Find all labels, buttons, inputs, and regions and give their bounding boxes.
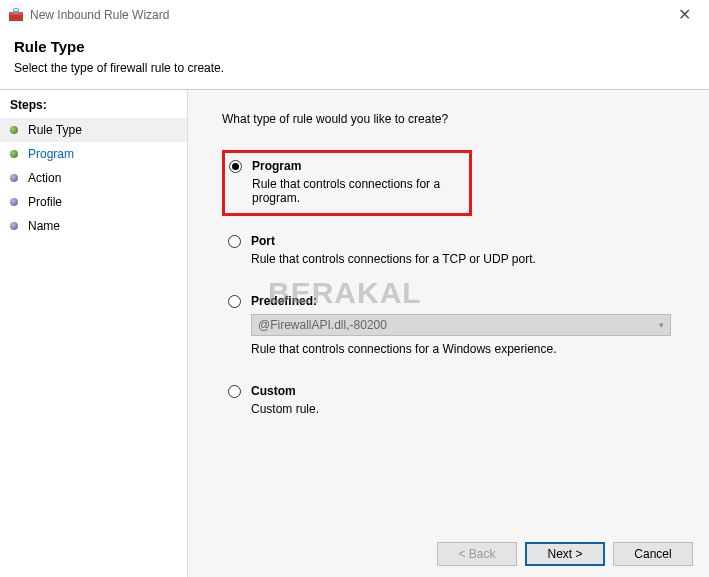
step-label: Action [28,171,61,185]
option-program[interactable]: Program Rule that controls connections f… [222,150,472,216]
button-row: < Back Next > Cancel [437,542,693,566]
page-title: Rule Type [14,38,695,55]
option-desc: Rule that controls connections for a TCP… [251,252,683,266]
option-predefined[interactable]: Predefined: @FirewallAPI.dll,-80200 ▾ Ru… [222,286,689,366]
next-button[interactable]: Next > [525,542,605,566]
bullet-icon [10,126,18,134]
option-port[interactable]: Port Rule that controls connections for … [222,226,689,276]
step-name[interactable]: Name [0,214,187,238]
steps-heading: Steps: [10,98,187,112]
close-icon[interactable]: ✕ [668,5,701,25]
option-custom[interactable]: Custom Custom rule. [222,376,689,426]
option-label: Port [251,234,683,248]
option-label: Predefined: [251,294,683,308]
window-title: New Inbound Rule Wizard [30,8,668,22]
dropdown-value: @FirewallAPI.dll,-80200 [258,318,387,332]
predefined-dropdown[interactable]: @FirewallAPI.dll,-80200 ▾ [251,314,671,336]
step-label: Profile [28,195,62,209]
bullet-icon [10,198,18,206]
bullet-icon [10,222,18,230]
wizard-header: Rule Type Select the type of firewall ru… [0,30,709,89]
option-desc: Rule that controls connections for a Win… [251,342,683,356]
step-label: Rule Type [28,123,82,137]
firewall-icon [8,7,24,23]
step-label: Name [28,219,60,233]
prompt-text: What type of rule would you like to crea… [222,112,689,126]
step-profile[interactable]: Profile [0,190,187,214]
bullet-icon [10,174,18,182]
content-pane: BERAKAL What type of rule would you like… [188,90,709,577]
page-subtitle: Select the type of firewall rule to crea… [14,61,695,75]
chevron-down-icon: ▾ [659,320,664,330]
cancel-button[interactable]: Cancel [613,542,693,566]
radio-custom[interactable] [228,385,241,398]
option-label: Custom [251,384,683,398]
radio-program[interactable] [229,160,242,173]
option-desc: Custom rule. [251,402,683,416]
option-label: Program [252,159,465,173]
bullet-icon [10,150,18,158]
option-desc: Rule that controls connections for a pro… [252,177,465,205]
titlebar: New Inbound Rule Wizard ✕ [0,0,709,30]
back-button: < Back [437,542,517,566]
step-rule-type[interactable]: Rule Type [0,118,187,142]
step-program[interactable]: Program [0,142,187,166]
radio-port[interactable] [228,235,241,248]
step-label: Program [28,147,74,161]
step-action[interactable]: Action [0,166,187,190]
radio-predefined[interactable] [228,295,241,308]
steps-sidebar: Steps: Rule Type Program Action Profile … [0,90,188,577]
